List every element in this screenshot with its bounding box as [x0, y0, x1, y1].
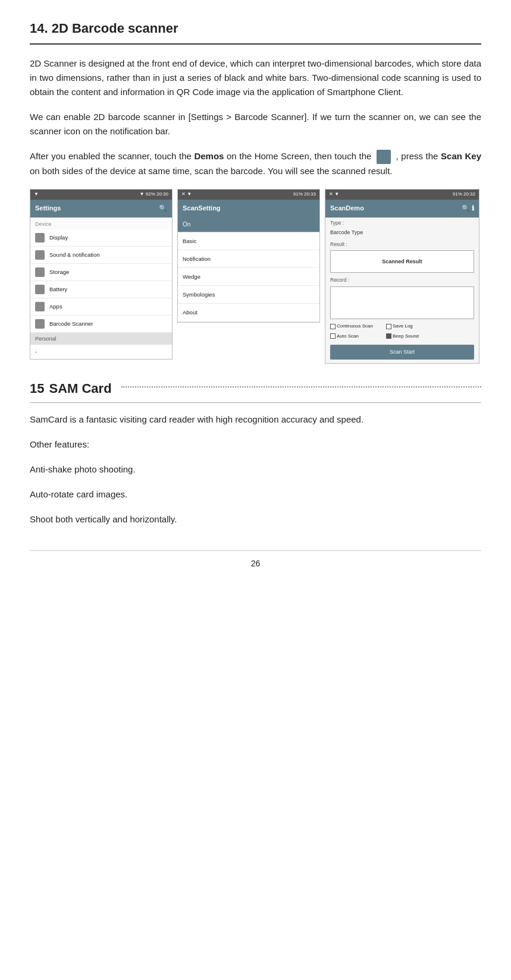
ss1-item-apps: Apps	[30, 298, 172, 316]
ss1-battery-icon	[35, 285, 45, 294]
section15-dots	[121, 386, 481, 387]
section15-feature1: Anti-shake photo shooting.	[30, 462, 481, 477]
ss1-display-icon	[35, 233, 45, 242]
ss3-checkbox-beep: Beep Sound	[386, 333, 440, 341]
section15-feature1-text: Anti-shake photo shooting.	[30, 464, 136, 474]
ss3-title-label: ScanDemo	[330, 203, 364, 214]
ss1-apps-icon	[35, 302, 45, 311]
ss1-barcode-icon	[35, 319, 45, 329]
ss3-checkboxes: Continuous Scan Save Log Auto Scan Beep …	[325, 320, 479, 343]
section14-para1: 2D Scanner is designed at the front end …	[30, 56, 481, 99]
ss2-statusbar: ✕ ▼ 91% 20:33	[178, 190, 319, 200]
ss3-scan-button: Scan Start	[330, 345, 474, 359]
ss3-checkbox-continuous: Continuous Scan	[330, 323, 384, 330]
ss3-cb-continuous-label: Continuous Scan	[337, 323, 373, 330]
ss3-cb-savelog-icon	[386, 324, 391, 329]
section15-title: SAM Card	[49, 378, 111, 399]
ss3-statusbar: ✕ ▼ 91% 20:32	[325, 190, 479, 200]
section15-para1: SamCard is a fantasic visiting card read…	[30, 412, 481, 427]
ss1-sound-label: Sound & notification	[49, 250, 100, 259]
ss3-checkbox-savelog: Save Log	[386, 323, 440, 330]
ss2-menu-basic: Basic	[178, 232, 319, 250]
ss3-type-value: Barcode Type	[325, 228, 479, 238]
section15-number: 15	[30, 378, 44, 399]
ss3-cb-savelog-label: Save Log	[393, 323, 413, 330]
section14-para3: After you enabled the scanner, touch the…	[30, 149, 481, 178]
ss2-menu-notification: Notification	[178, 250, 319, 268]
ss1-item-sound: Sound & notification	[30, 247, 172, 264]
ss1-time: ▼ 92% 20:30	[140, 191, 168, 198]
ss1-device-header: Device	[30, 218, 172, 229]
section14-para2: We can enable 2D barcode scanner in [Set…	[30, 110, 481, 138]
ss1-item-barcode: Barcode Scanner	[30, 316, 172, 333]
screenshot-scandemo: ✕ ▼ 91% 20:32 ScanDemo 🔍 ℹ Type : Barcod…	[325, 189, 479, 364]
ss1-display-label: Display	[49, 233, 68, 242]
ss3-title-icons: 🔍 ℹ	[462, 203, 474, 214]
page-number: 26	[30, 550, 481, 570]
ss1-personal-header: Personal	[30, 333, 172, 345]
ss1-statusbar: ▼ ▼ 92% 20:30	[30, 190, 172, 200]
ss3-time: 91% 20:32	[453, 191, 475, 198]
ss1-battery-label: Battery	[49, 285, 67, 294]
ss3-result-label: Result :	[325, 239, 479, 250]
section15-feature3: Shoot both vertically and horizontally.	[30, 512, 481, 527]
para3-scankey: Scan Key	[441, 151, 481, 161]
ss2-menu-about: About	[178, 304, 319, 322]
ss3-record-label: Record :	[325, 274, 479, 285]
page-title: 14. 2D Barcode scanner	[30, 18, 481, 45]
ss1-item-display: Display	[30, 229, 172, 247]
ss2-titlebar: ScanSetting	[178, 200, 319, 218]
ss1-sound-icon	[35, 250, 45, 260]
ss3-result-box: Scanned Result	[330, 250, 474, 273]
ss1-dash: -	[30, 345, 172, 359]
ss3-signal: ✕ ▼	[329, 191, 339, 198]
ss1-titlebar: Settings 🔍	[30, 200, 172, 218]
screenshots-row: ▼ ▼ 92% 20:30 Settings 🔍 Device Display …	[30, 189, 481, 364]
ss3-checkbox-autoscan: Auto Scan	[330, 333, 384, 341]
ss1-storage-icon	[35, 267, 45, 277]
ss1-title-label: Settings	[35, 203, 61, 214]
screenshot-scansetting: ✕ ▼ 91% 20:33 ScanSetting On Basic Notif…	[177, 189, 320, 322]
ss1-signal: ▼	[34, 191, 39, 198]
screenshot-settings: ▼ ▼ 92% 20:30 Settings 🔍 Device Display …	[30, 189, 173, 360]
section15-feature2: Auto-rotate card images.	[30, 487, 481, 502]
ss1-item-storage: Storage	[30, 264, 172, 281]
ss3-type-label: Type :	[325, 218, 479, 228]
section15-feature3-text: Shoot both vertically and horizontally.	[30, 514, 177, 524]
para3-part4: on both sides of the device at same time…	[30, 166, 393, 176]
ss2-on-label: On	[178, 218, 319, 232]
ss3-titlebar: ScanDemo 🔍 ℹ	[325, 200, 479, 218]
ss2-menu-wedge: Wedge	[178, 268, 319, 286]
ss3-record-box	[330, 286, 474, 319]
ss1-item-battery: Battery	[30, 281, 172, 298]
para3-part2: on the Home Screen, then touch the	[224, 151, 374, 161]
ss3-cb-beep-icon	[386, 333, 391, 339]
ss3-scanned-result: Scanned Result	[382, 257, 422, 266]
ss3-cb-autoscan-label: Auto Scan	[337, 333, 359, 341]
ss3-cb-continuous-icon	[330, 324, 336, 329]
ss2-signal: ✕ ▼	[181, 191, 192, 198]
para3-demos: Demos	[194, 151, 224, 161]
ss1-apps-label: Apps	[49, 302, 62, 311]
ss2-time: 91% 20:33	[293, 191, 316, 198]
ss1-barcode-label: Barcode Scanner	[49, 319, 93, 328]
ss1-search-icon: 🔍	[159, 203, 167, 214]
ss3-cb-beep-label: Beep Sound	[393, 333, 419, 341]
section15-feature2-text: Auto-rotate card images.	[30, 489, 127, 499]
ss2-menu-symbologies: Symbologies	[178, 286, 319, 304]
scan-icon	[377, 150, 391, 164]
section15-other-features: Other features:	[30, 437, 481, 452]
ss3-cb-autoscan-icon	[330, 333, 336, 339]
para3-part1: After you enabled the scanner, touch the	[30, 151, 194, 161]
section15-header: 15 SAM Card	[30, 378, 481, 403]
para3-part3: , press the	[393, 151, 441, 161]
ss1-storage-label: Storage	[49, 267, 69, 276]
